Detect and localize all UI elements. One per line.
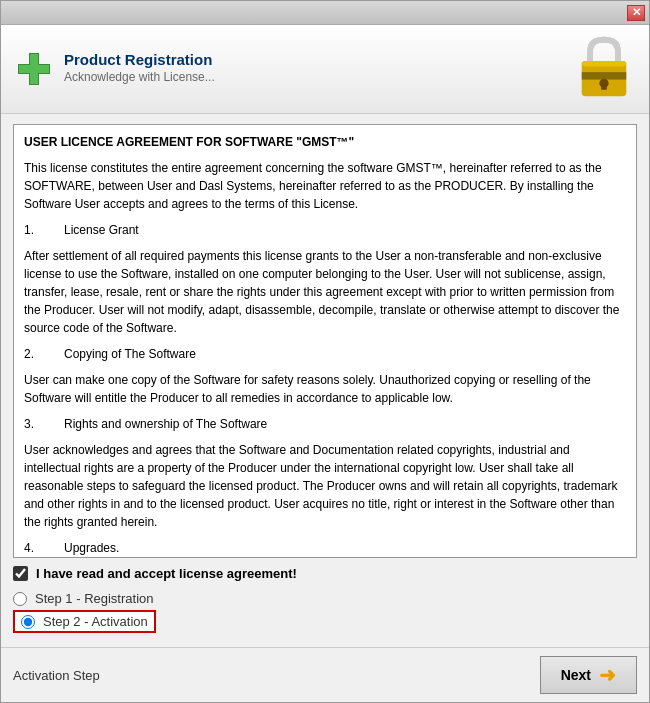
accept-checkbox[interactable] xyxy=(13,566,28,581)
main-content: USER LICENCE AGREEMENT FOR SOFTWARE "GMS… xyxy=(1,114,649,647)
step2-label: Step 2 - Activation xyxy=(43,614,148,629)
section-2-heading: 2. Copying of The Software xyxy=(24,345,626,363)
radio-row-step2: Step 2 - Activation xyxy=(13,610,156,633)
product-registration-icon xyxy=(16,51,52,87)
section-4-heading: 4. Upgrades. xyxy=(24,539,626,557)
title-bar: ✕ xyxy=(1,1,649,25)
svg-rect-5 xyxy=(582,61,627,67)
activation-step-label: Activation Step xyxy=(13,668,100,683)
header-text: Product Registration Acknowledge with Li… xyxy=(64,51,215,84)
license-p1: After settlement of all required payment… xyxy=(24,247,626,337)
section-3-heading: 3. Rights and ownership of The Software xyxy=(24,415,626,433)
radio-section: Step 1 - Registration Step 2 - Activatio… xyxy=(13,587,637,637)
radio-row-step1: Step 1 - Registration xyxy=(13,591,637,606)
step1-label: Step 1 - Registration xyxy=(35,591,154,606)
close-icon: ✕ xyxy=(632,6,641,19)
svg-rect-3 xyxy=(19,65,49,73)
svg-rect-6 xyxy=(582,72,627,79)
license-p3: User acknowledges and agrees that the So… xyxy=(24,441,626,531)
step2-radio[interactable] xyxy=(21,615,35,629)
step1-radio[interactable] xyxy=(13,592,27,606)
header-subtitle: Acknowledge with License... xyxy=(64,70,215,84)
next-button[interactable]: Next ➜ xyxy=(540,656,637,694)
header-left: Product Registration Acknowledge with Li… xyxy=(16,51,215,87)
license-intro: This license constitutes the entire agre… xyxy=(24,159,626,213)
main-window: ✕ Product Registration Acknowledge with … xyxy=(0,0,650,703)
close-button[interactable]: ✕ xyxy=(627,5,645,21)
header-section: Product Registration Acknowledge with Li… xyxy=(1,25,649,114)
accept-checkbox-label: I have read and accept license agreement… xyxy=(36,566,297,581)
bottom-bar: Activation Step Next ➜ xyxy=(1,647,649,702)
section-1-heading: 1. License Grant xyxy=(24,221,626,239)
license-title: USER LICENCE AGREEMENT FOR SOFTWARE "GMS… xyxy=(24,135,354,149)
accept-checkbox-row: I have read and accept license agreement… xyxy=(13,558,637,587)
svg-rect-8 xyxy=(601,83,607,90)
lock-icon xyxy=(574,35,634,103)
next-button-label: Next xyxy=(561,667,591,683)
license-text-area[interactable]: USER LICENCE AGREEMENT FOR SOFTWARE "GMS… xyxy=(13,124,637,558)
license-p2: User can make one copy of the Software f… xyxy=(24,371,626,407)
header-title: Product Registration xyxy=(64,51,215,68)
next-arrow-icon: ➜ xyxy=(599,663,616,687)
